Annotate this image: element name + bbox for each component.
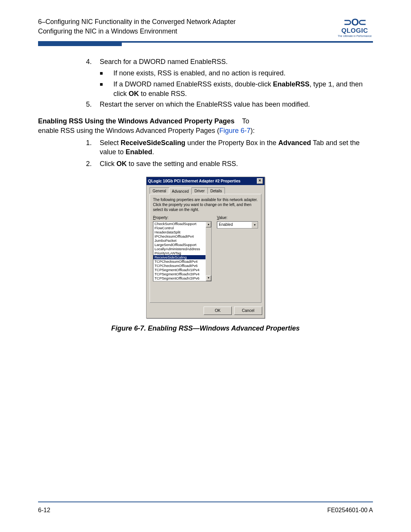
- dialog-titlebar: QLogic 10Gb PCI Ethernet Adapter #2 Prop…: [147, 177, 264, 185]
- tab-advanced[interactable]: Advanced: [169, 188, 192, 195]
- section-intro: Enabling RSS Using the Windows Advanced …: [38, 117, 373, 135]
- step-text: Click OK to save the setting and enable …: [100, 159, 373, 168]
- step-number: 2.: [86, 159, 100, 168]
- qlogic-logo: ⊃O⊂ QLOGIC The Ultimate in Performance: [336, 17, 373, 37]
- list-item[interactable]: FlowControl: [153, 226, 206, 230]
- dialog-tabs: General Advanced Driver Details: [150, 187, 261, 194]
- step-text: Restart the server on which the EnableRS…: [100, 100, 373, 109]
- header-line-1: 6–Configuring NIC Functionality in the C…: [38, 17, 236, 27]
- logo-brand: QLOGIC: [336, 27, 373, 35]
- list-item[interactable]: TCPSegmentOffloadV2IPv4: [153, 272, 206, 276]
- list-item[interactable]: PriorityVLANTag: [153, 251, 206, 255]
- property-label: Property:: [153, 215, 212, 220]
- figure-6-7: QLogic 10Gb PCI Ethernet Adapter #2 Prop…: [38, 177, 373, 333]
- step-text: Search for a DWORD named EnableRSS.: [100, 57, 373, 66]
- scrollbar[interactable]: ▲ ▼: [206, 222, 211, 281]
- value-combobox[interactable]: Enabled ▼: [217, 221, 258, 228]
- close-button[interactable]: ✕: [257, 178, 263, 184]
- bullet-text: If none exists, RSS is enabled, and no a…: [113, 69, 373, 78]
- bullet-2: ■ If a DWORD named EnableRSS exists, dou…: [100, 80, 373, 99]
- step-number: 1.: [86, 138, 100, 157]
- list-item[interactable]: TCPChecksumOffloadIPv6: [153, 264, 206, 268]
- header-text: 6–Configuring NIC Functionality in the C…: [38, 17, 236, 37]
- square-bullet-icon: ■: [100, 80, 113, 99]
- step-number: 5.: [86, 100, 100, 109]
- header-rule: [38, 41, 373, 43]
- scroll-down-icon[interactable]: ▼: [206, 275, 211, 281]
- bullet-text: If a DWORD named EnableRSS exists, doubl…: [113, 80, 373, 99]
- properties-dialog: QLogic 10Gb PCI Ethernet Adapter #2 Prop…: [146, 177, 265, 319]
- bullet-1: ■ If none exists, RSS is enabled, and no…: [100, 69, 373, 78]
- list-item[interactable]: TCPSegmentOffloadV1IPv4: [153, 268, 206, 272]
- footer-rule: [38, 502, 373, 502]
- step-5: 5. Restart the server on which the Enabl…: [86, 100, 373, 109]
- list-item[interactable]: LocallyAdministeredAddress: [153, 247, 206, 251]
- list-item[interactable]: TCPSegmentOffloadV2IPv6: [153, 276, 206, 280]
- list-item[interactable]: CheckSumOffloadSupport: [153, 222, 206, 226]
- page-header: 6–Configuring NIC Functionality in the C…: [38, 17, 373, 37]
- tab-driver[interactable]: Driver: [191, 187, 208, 194]
- dialog-title-text: QLogic 10Gb PCI Ethernet Adapter #2 Prop…: [148, 178, 241, 184]
- step-number: 4.: [86, 57, 100, 66]
- page-footer: 6-12 FE0254601-00 A: [38, 507, 373, 514]
- chevron-down-icon[interactable]: ▼: [252, 222, 258, 228]
- step-b-1: 1. Select ReceiveSideScaling under the P…: [86, 138, 373, 157]
- panel-description: The following properties are available f…: [153, 197, 258, 212]
- header-line-2: Configuring the NIC in a Windows Environ…: [38, 27, 236, 36]
- page-number: 6-12: [38, 507, 50, 514]
- ok-button[interactable]: OK: [204, 307, 232, 315]
- logo-tagline: The Ultimate in Performance: [336, 35, 373, 37]
- figure-link[interactable]: Figure 6-7: [219, 127, 250, 134]
- value-label: Value:: [217, 215, 258, 220]
- logo-glyph-icon: ⊃O⊂: [336, 17, 373, 27]
- document-id: FE0254601-00 A: [327, 507, 373, 514]
- property-listbox[interactable]: CheckSumOffloadSupportFlowControlHeaderd…: [153, 221, 212, 281]
- list-item[interactable]: TCPChecksumOffloadIPv4: [153, 259, 206, 264]
- step-text: Select ReceiveSideScaling under the Prop…: [100, 138, 373, 157]
- step-b-2: 2. Click OK to save the setting and enab…: [86, 159, 373, 168]
- body-content: 4. Search for a DWORD named EnableRSS. ■…: [86, 57, 373, 333]
- list-item[interactable]: JumboPacket: [153, 238, 206, 243]
- tab-panel: The following properties are available f…: [150, 194, 261, 303]
- list-item[interactable]: LargeSendOffloadSupport: [153, 243, 206, 247]
- tab-general[interactable]: General: [150, 187, 169, 194]
- cancel-button[interactable]: Cancel: [234, 307, 262, 315]
- tab-details[interactable]: Details: [207, 187, 225, 194]
- dialog-button-row: OK Cancel: [147, 304, 264, 318]
- step-4: 4. Search for a DWORD named EnableRSS.: [86, 57, 373, 66]
- square-bullet-icon: ■: [100, 69, 113, 78]
- list-item[interactable]: HeaderdataSplit: [153, 230, 206, 234]
- list-item[interactable]: ReceiveSideScaling: [153, 255, 206, 259]
- value-text: Enabled: [217, 222, 252, 228]
- list-item[interactable]: IPChecksumOffloadIPv4: [153, 234, 206, 238]
- scroll-up-icon[interactable]: ▲: [206, 222, 211, 227]
- section-heading: Enabling RSS Using the Windows Advanced …: [38, 117, 234, 125]
- figure-caption: Figure 6-7. Enabling RSS—Windows Advance…: [111, 324, 299, 333]
